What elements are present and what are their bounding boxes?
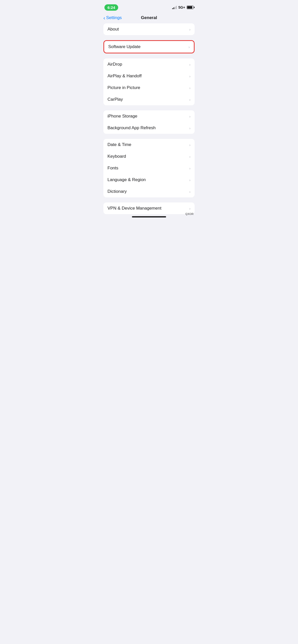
software-update-chevron-icon: › <box>188 45 190 49</box>
status-time: 6:24 <box>104 4 118 11</box>
software-update-group: Software Update › <box>103 40 195 53</box>
home-indicator <box>99 214 199 223</box>
battery-fill <box>187 6 192 9</box>
keyboard-label: Keyboard <box>107 154 126 159</box>
settings-item-airplay-handoff[interactable]: AirPlay & Handoff › <box>103 70 195 82</box>
carplay-label: CarPlay <box>107 97 123 102</box>
settings-group-3: iPhone Storage › Background App Refresh … <box>103 110 195 134</box>
settings-group-2: AirDrop › AirPlay & Handoff › Picture in… <box>103 58 195 105</box>
settings-item-picture-in-picture[interactable]: Picture in Picture › <box>103 82 195 94</box>
back-button[interactable]: ‹ Settings <box>103 15 122 20</box>
airplay-handoff-label: AirPlay & Handoff <box>107 74 142 79</box>
battery <box>187 6 194 9</box>
language-region-chevron-icon: › <box>189 178 191 182</box>
nav-bar: ‹ Settings General <box>99 13 199 23</box>
software-update-label: Software Update <box>108 44 141 49</box>
airdrop-chevron-icon: › <box>189 62 191 67</box>
watermark: QXOR <box>185 212 194 215</box>
signal-bar-1 <box>172 8 173 9</box>
airdrop-label: AirDrop <box>107 62 122 67</box>
fonts-chevron-icon: › <box>189 166 191 170</box>
settings-group-4: Date & Time › Keyboard › Fonts › Languag… <box>103 139 195 197</box>
battery-icon <box>187 6 194 9</box>
dictionary-label: Dictionary <box>107 189 127 194</box>
vpn-device-management-chevron-icon: › <box>189 206 191 211</box>
network-type: 5G+ <box>178 5 185 9</box>
about-chevron-icon: › <box>189 27 191 32</box>
signal-bar-2 <box>173 7 174 9</box>
back-label: Settings <box>106 15 122 20</box>
settings-item-about[interactable]: About › <box>103 23 195 35</box>
picture-in-picture-label: Picture in Picture <box>107 85 140 90</box>
settings-content: About › Software Update › AirDrop › AirP… <box>99 23 199 214</box>
vpn-device-management-label: VPN & Device Management <box>107 206 161 211</box>
keyboard-chevron-icon: › <box>189 154 191 159</box>
settings-item-keyboard[interactable]: Keyboard › <box>103 151 195 162</box>
settings-item-date-time[interactable]: Date & Time › <box>103 139 195 151</box>
settings-item-fonts[interactable]: Fonts › <box>103 162 195 174</box>
date-time-label: Date & Time <box>107 142 131 147</box>
status-right: 5G+ <box>172 5 194 9</box>
carplay-chevron-icon: › <box>189 97 191 102</box>
status-bar: 6:24 5G+ <box>99 0 199 13</box>
signal-bar-3 <box>175 7 175 9</box>
background-app-refresh-label: Background App Refresh <box>107 125 156 130</box>
settings-group-about: About › <box>103 23 195 35</box>
about-label: About <box>107 27 119 32</box>
iphone-storage-chevron-icon: › <box>189 114 191 119</box>
background-app-refresh-chevron-icon: › <box>189 126 191 130</box>
home-bar <box>132 216 166 217</box>
iphone-storage-label: iPhone Storage <box>107 114 137 119</box>
settings-item-dictionary[interactable]: Dictionary › <box>103 186 195 197</box>
page-title: General <box>141 15 157 20</box>
signal-bar-4 <box>176 6 177 9</box>
settings-item-airdrop[interactable]: AirDrop › <box>103 58 195 70</box>
date-time-chevron-icon: › <box>189 143 191 147</box>
picture-in-picture-chevron-icon: › <box>189 86 191 90</box>
settings-item-carplay[interactable]: CarPlay › <box>103 94 195 105</box>
settings-item-iphone-storage[interactable]: iPhone Storage › <box>103 110 195 122</box>
settings-item-language-region[interactable]: Language & Region › <box>103 174 195 186</box>
settings-item-vpn-device-management[interactable]: VPN & Device Management › <box>103 202 195 214</box>
back-chevron-icon: ‹ <box>103 15 105 20</box>
settings-group-bottom-partial: VPN & Device Management › <box>103 202 195 214</box>
airplay-handoff-chevron-icon: › <box>189 74 191 78</box>
settings-item-background-app-refresh[interactable]: Background App Refresh › <box>103 122 195 134</box>
language-region-label: Language & Region <box>107 177 146 182</box>
settings-item-software-update[interactable]: Software Update › <box>104 41 194 53</box>
dictionary-chevron-icon: › <box>189 189 191 194</box>
fonts-label: Fonts <box>107 166 118 171</box>
signal-bars <box>172 6 177 9</box>
